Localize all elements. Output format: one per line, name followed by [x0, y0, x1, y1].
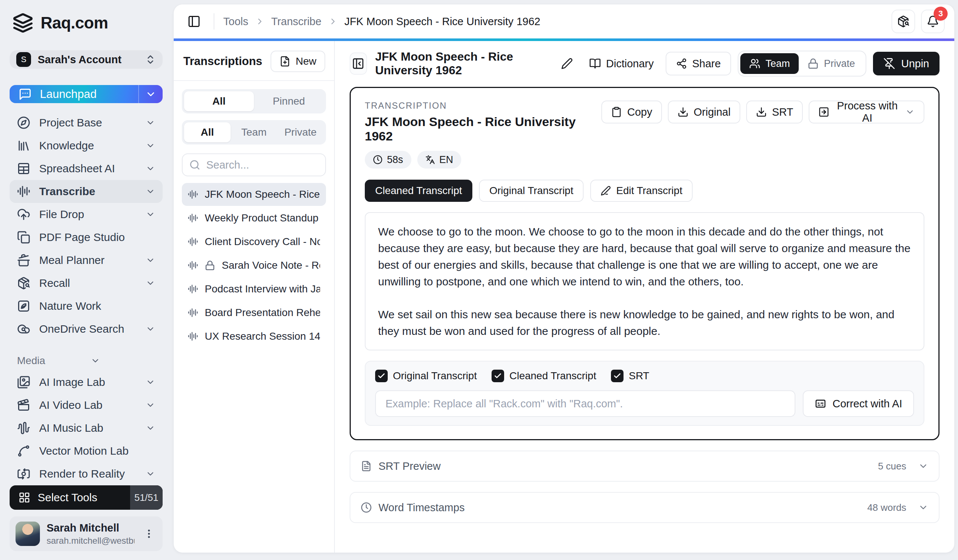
chevron-down-icon [146, 187, 155, 196]
pages-copy-icon [17, 231, 30, 244]
audio-waveform-icon [17, 421, 30, 435]
sidebar-item-onedrive-search[interactable]: OneDrive Search [10, 317, 163, 340]
table-icon [17, 162, 30, 175]
sidebar-item-render-to-reality[interactable]: Render to Reality [10, 462, 163, 485]
filter-pinned-tab[interactable]: Pinned [254, 91, 324, 111]
chevron-right-icon [255, 17, 265, 26]
pinned-filter: All Pinned [182, 89, 326, 113]
chevron-down-icon [146, 141, 155, 151]
unpin-button[interactable]: Unpin [873, 52, 939, 75]
sidebar-item-ai-image-lab[interactable]: AI Image Lab [10, 371, 163, 393]
process-with-ai-button[interactable]: Process with AI [809, 100, 925, 124]
chevron-down-icon [146, 378, 155, 387]
sidebar-toggle-button[interactable] [183, 11, 205, 32]
chevron-down-icon [146, 423, 155, 433]
collapse-panel-button[interactable] [350, 52, 367, 75]
tab-cleaned-transcript[interactable]: Cleaned Transcript [365, 180, 472, 202]
scope-all-tab[interactable]: All [184, 122, 231, 142]
chevrons-up-down-icon [145, 54, 156, 65]
sidebar-item-ai-video-lab[interactable]: AI Video Lab [10, 393, 163, 417]
download-original-button[interactable]: Original [668, 100, 740, 124]
breadcrumb-tools[interactable]: Tools [223, 16, 248, 28]
sidebar-item-meal-planner[interactable]: Meal Planner [10, 249, 163, 272]
share-button[interactable]: Share [666, 52, 731, 75]
checkbox-original-transcript[interactable]: Original Transcript [375, 370, 477, 382]
chevron-down-icon [146, 255, 155, 265]
launchpad-expand-button[interactable] [138, 85, 163, 103]
sidebar-item-vector-motion-lab[interactable]: Vector Motion Lab [10, 439, 163, 462]
new-transcription-button[interactable]: New [271, 51, 325, 72]
sidebar-item-file-drop[interactable]: File Drop [10, 203, 163, 226]
pin-off-icon [883, 58, 895, 70]
list-item[interactable]: JFK Moon Speech - Rice Universi... [182, 183, 326, 206]
user-card[interactable]: Sarah Mitchell sarah.mitchell@westbur... [10, 516, 163, 551]
breadcrumb-transcribe[interactable]: Transcribe [271, 16, 322, 28]
checkbox-cleaned-transcript[interactable]: Cleaned Transcript [492, 370, 596, 382]
topbar: Tools Transcribe JFK Moon Speech - Rice … [174, 5, 954, 38]
chevron-down-icon [146, 469, 155, 479]
main-panel: JFK Moon Speech - Rice University 1962 D… [335, 41, 954, 553]
sidebar-item-pdf-page-studio[interactable]: PDF Page Studio [10, 226, 163, 249]
correct-with-ai-button[interactable]: Correct with AI [803, 390, 914, 417]
sidebar-item-nature-work[interactable]: Nature Work [10, 295, 163, 317]
list-item[interactable]: Weekly Product Standup - 17 Feb [182, 207, 326, 230]
sidebar-item-ai-music-lab[interactable]: AI Music Lab [10, 417, 163, 439]
download-icon [756, 106, 767, 117]
private-toggle[interactable]: Private [799, 53, 864, 74]
share-icon [676, 58, 687, 69]
notifications-button[interactable]: 3 [921, 10, 945, 33]
tab-edit-transcript[interactable]: Edit Transcript [590, 180, 693, 202]
file-text-icon [361, 460, 372, 472]
check-icon [375, 370, 388, 382]
breadcrumb: Tools Transcribe JFK Moon Speech - Rice … [223, 16, 891, 28]
download-srt-button[interactable]: SRT [746, 100, 803, 124]
team-toggle[interactable]: Team [740, 53, 799, 74]
recall-search-button[interactable] [891, 10, 915, 33]
word-timestamps-row[interactable]: Word Timestamps 48 words [350, 492, 939, 523]
sidebar-item-transcribe[interactable]: Transcribe [10, 180, 163, 203]
sidebar-item-spreadsheet-ai[interactable]: Spreadsheet AI [10, 157, 163, 180]
audio-lines-icon [188, 308, 198, 318]
book-open-icon [589, 58, 601, 70]
list-item[interactable]: Podcast Interview with James Th... [182, 278, 326, 300]
correction-input[interactable] [375, 390, 795, 417]
copy-button[interactable]: Copy [601, 100, 662, 124]
app-window: Tools Transcribe JFK Moon Speech - Rice … [174, 5, 954, 553]
divider [174, 80, 334, 81]
srt-preview-row[interactable]: SRT Preview 5 cues [350, 451, 939, 482]
scope-private-tab[interactable]: Private [277, 122, 324, 142]
clock-icon [361, 502, 372, 513]
pencil-icon [601, 186, 611, 196]
sidebar-item-knowledge[interactable]: Knowledge [10, 134, 163, 157]
lock-icon [205, 260, 215, 271]
correction-panel: Original Transcript Cleaned Transcript S… [365, 361, 925, 426]
select-tools-button[interactable]: Select Tools 51/51 [10, 485, 163, 510]
account-switcher[interactable]: S Sarah's Account [10, 50, 163, 69]
launchpad-button[interactable]: Launchpad [10, 85, 163, 103]
checkbox-srt[interactable]: SRT [611, 370, 649, 382]
list-item[interactable]: Board Presentation Rehearsal [182, 301, 326, 324]
chevron-down-icon [146, 164, 155, 173]
media-section-toggle[interactable]: Media [10, 351, 163, 371]
list-item[interactable]: Client Discovery Call - Northfield ... [182, 230, 326, 253]
sidebar-item-project-base[interactable]: Project Base [10, 111, 163, 134]
sidebar-item-recall[interactable]: Recall [10, 272, 163, 295]
check-icon [611, 370, 623, 382]
list-item[interactable]: Sarah Voice Note - Rebrand T... [182, 254, 326, 277]
sidebar-nav: Project Base Knowledge Spreadsheet AI Tr… [10, 111, 163, 485]
edit-title-button[interactable] [558, 55, 576, 73]
dictionary-button[interactable]: Dictionary [584, 52, 659, 75]
filter-all-tab[interactable]: All [184, 91, 254, 111]
chevron-down-icon [918, 461, 928, 471]
list-item[interactable]: UX Research Session 14 - Onboar... [182, 325, 326, 348]
captions-icon [815, 398, 826, 409]
layout-grid-icon [19, 492, 30, 503]
message-dots-icon [19, 87, 32, 101]
kebab-menu-icon[interactable] [141, 528, 157, 539]
srt-cue-count: 5 cues [878, 460, 906, 472]
library-icon [17, 139, 30, 152]
search-input[interactable] [206, 159, 319, 171]
tab-original-transcript[interactable]: Original Transcript [479, 180, 584, 202]
file-plus-icon [279, 56, 290, 67]
scope-team-tab[interactable]: Team [231, 122, 277, 142]
